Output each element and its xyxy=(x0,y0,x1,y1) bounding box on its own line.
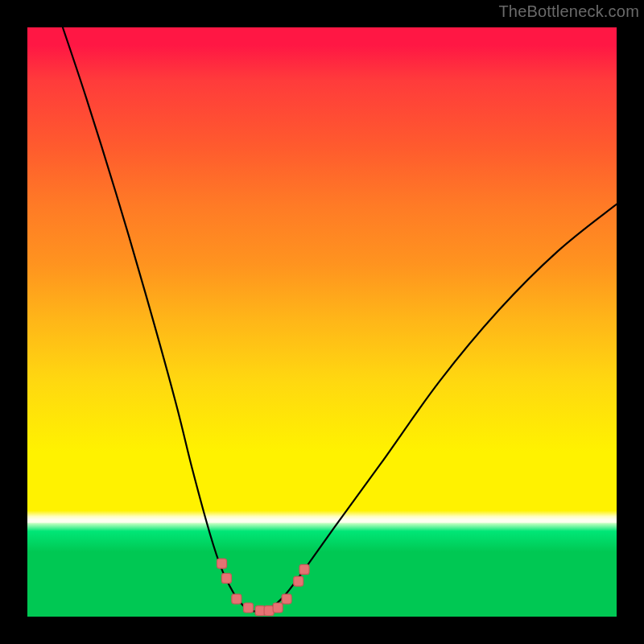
watermark-text: TheBottleneck.com xyxy=(498,2,639,21)
curve-marker xyxy=(221,573,231,583)
chart-frame: TheBottleneck.com xyxy=(0,0,644,644)
bottleneck-curve xyxy=(63,27,617,612)
curve-marker xyxy=(255,606,265,616)
curve-marker xyxy=(282,594,291,604)
curve-layer xyxy=(27,27,617,617)
curve-marker xyxy=(244,603,254,613)
plot-area xyxy=(27,27,617,617)
curve-marker xyxy=(294,576,303,586)
curve-marker xyxy=(217,559,227,568)
curve-marker xyxy=(264,606,274,616)
curve-marker xyxy=(232,594,242,604)
curve-marker xyxy=(299,564,309,574)
curve-marker xyxy=(273,603,283,613)
